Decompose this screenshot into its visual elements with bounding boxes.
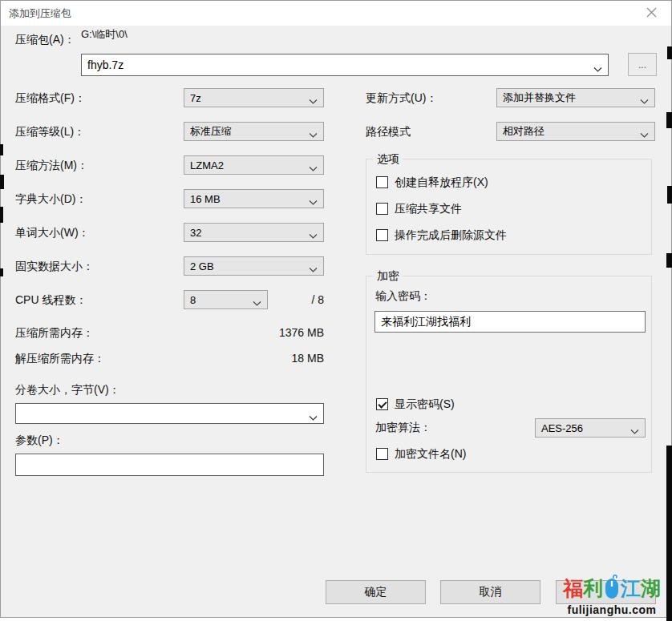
shared-files-checkbox[interactable] [376, 203, 388, 215]
show-password-checkbox-label[interactable]: 显示密码(S) [395, 397, 455, 412]
sfx-checkbox[interactable] [376, 176, 388, 188]
close-icon [646, 6, 657, 21]
chevron-down-icon [309, 264, 318, 269]
title-bar[interactable] [1, 1, 671, 26]
chevron-down-icon [640, 129, 649, 135]
path-mode-value: 相对路径 [503, 124, 544, 139]
encryption-method-label: 加密算法： [375, 421, 431, 435]
cpu-threads-max: / 8 [273, 293, 324, 306]
encrypt-names-checkbox[interactable] [376, 448, 388, 460]
chevron-down-icon [253, 297, 261, 303]
dictionary-dropdown[interactable]: 16 MB [184, 189, 324, 208]
encryption-method-value: AES-256 [541, 422, 583, 434]
password-label: 输入密码： [375, 289, 431, 304]
format-value: 7z [190, 92, 201, 104]
method-dropdown[interactable]: LZMA2 [184, 155, 324, 175]
level-dropdown[interactable]: 标准压缩 [184, 122, 324, 141]
parameters-label: 参数(P)： [15, 433, 64, 448]
edge-artifact [0, 268, 3, 276]
mouse-icon [604, 574, 620, 603]
watermark-char: 福 [563, 579, 583, 599]
dictionary-label: 字典大小(D)： [15, 192, 87, 207]
level-label: 压缩等级(L)： [15, 125, 85, 139]
chevron-down-icon [309, 163, 318, 168]
encrypt-names-checkbox-label[interactable]: 加密文件名(N) [395, 447, 466, 462]
close-button[interactable] [638, 1, 665, 26]
add-to-archive-dialog: 添加到压缩包 压缩包(A)： G:\临时\0\ fhyb.7z ... 压缩格式… [0, 0, 672, 618]
chevron-down-icon [630, 425, 639, 431]
cpu-threads-value: 8 [190, 294, 196, 306]
word-size-dropdown[interactable]: 32 [184, 223, 324, 242]
archive-name-value: fhyb.7z [87, 58, 123, 71]
sfx-checkbox-label[interactable]: 创建自释放程序(X) [395, 175, 488, 190]
memory-decompress-label: 解压缩所需内存： [15, 352, 105, 366]
solid-block-label: 固实数据大小： [15, 260, 94, 274]
word-size-value: 32 [190, 227, 201, 239]
delete-after-checkbox[interactable] [376, 229, 388, 241]
cancel-button[interactable]: 取消 [440, 580, 540, 604]
chevron-down-icon[interactable] [309, 411, 318, 417]
chevron-down-icon [640, 95, 649, 101]
edge-artifact [666, 112, 672, 128]
path-mode-label: 路径模式 [366, 125, 411, 139]
archive-label: 压缩包(A)： [15, 33, 75, 47]
watermark-url: fulijianghu.com [551, 603, 672, 616]
archive-name-combobox[interactable]: fhyb.7z [81, 54, 609, 76]
watermark-text: 福 利 江 湖 [551, 573, 672, 603]
method-value: LZMA2 [190, 159, 224, 171]
parameters-input[interactable] [15, 454, 324, 476]
watermark-char: 湖 [641, 579, 661, 599]
method-label: 压缩方法(M)： [15, 159, 88, 173]
options-group-title: 选项 [374, 152, 403, 167]
edge-artifact [666, 446, 672, 621]
ok-button[interactable]: 确定 [326, 580, 426, 604]
encryption-group-title: 加密 [374, 269, 403, 284]
encryption-method-dropdown[interactable]: AES-256 [535, 418, 646, 438]
edge-artifact [0, 144, 3, 155]
chevron-down-icon [309, 95, 318, 101]
watermark-logo: 福 利 江 湖 fulijianghu.com [551, 573, 672, 619]
watermark-char: 江 [621, 579, 641, 599]
password-input[interactable]: 来福利江湖找福利 [374, 311, 646, 333]
edge-artifact [0, 175, 4, 189]
solid-block-dropdown[interactable]: 2 GB [184, 256, 324, 276]
edge-artifact [667, 186, 672, 204]
volume-size-label: 分卷大小，字节(V)： [15, 383, 120, 397]
shared-files-checkbox-label[interactable]: 压缩共享文件 [395, 202, 462, 216]
show-password-checkbox[interactable] [376, 398, 388, 410]
solid-block-value: 2 GB [190, 260, 214, 272]
delete-after-checkbox-label[interactable]: 操作完成后删除源文件 [395, 228, 507, 243]
cpu-threads-label: CPU 线程数： [15, 293, 87, 308]
screenshot: 添加到压缩包 压缩包(A)： G:\临时\0\ fhyb.7z ... 压缩格式… [0, 0, 672, 621]
cpu-threads-dropdown[interactable]: 8 [184, 290, 268, 309]
archive-dir-path: G:\临时\0\ [81, 27, 128, 42]
update-mode-value: 添加并替换文件 [503, 91, 576, 105]
update-mode-dropdown[interactable]: 添加并替换文件 [496, 88, 655, 107]
edge-artifact [0, 207, 3, 223]
password-value: 来福利江湖找福利 [381, 315, 471, 329]
chevron-down-icon [309, 230, 318, 236]
encryption-group: 加密 [366, 276, 652, 473]
memory-compress-label: 压缩所需内存： [15, 326, 94, 341]
dictionary-value: 16 MB [190, 193, 221, 205]
chevron-down-icon [309, 196, 318, 202]
memory-compress-value: 1376 MB [241, 326, 324, 339]
chevron-down-icon[interactable] [593, 63, 602, 68]
level-value: 标准压缩 [190, 124, 232, 139]
update-mode-label: 更新方式(U)： [366, 91, 437, 106]
path-mode-dropdown[interactable]: 相对路径 [496, 122, 655, 141]
format-dropdown[interactable]: 7z [184, 88, 324, 107]
format-label: 压缩格式(F)： [15, 91, 86, 106]
memory-decompress-value: 18 MB [241, 352, 324, 365]
word-size-label: 单词大小(W)： [15, 226, 90, 240]
dialog-title: 添加到压缩包 [9, 1, 71, 26]
watermark-char: 利 [583, 579, 603, 599]
edge-artifact [666, 253, 672, 268]
edge-artifact [667, 46, 672, 59]
browse-button[interactable]: ... [628, 53, 657, 76]
volume-size-combobox[interactable] [15, 403, 324, 424]
chevron-down-icon [309, 129, 318, 135]
